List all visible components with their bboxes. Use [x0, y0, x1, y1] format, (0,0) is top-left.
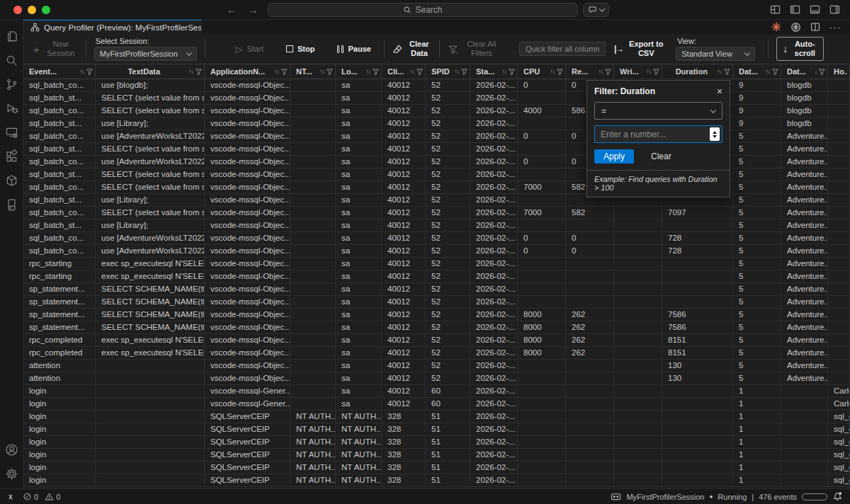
grid-row[interactable]: sql_batch_co...SELECT (select value from…	[23, 207, 850, 219]
grid-row[interactable]: loginvscode-mssql-Gener...sa40012602026-…	[23, 385, 850, 398]
session-name[interactable]: MyFirstProfilerSession	[626, 493, 704, 501]
sort-icon[interactable]: ↑↓	[766, 68, 771, 75]
column-header-1[interactable]: TextData↑↓	[96, 64, 205, 79]
explorer-icon[interactable]	[0, 24, 23, 48]
filter-funnel-icon[interactable]	[416, 69, 423, 75]
sort-icon[interactable]: ↑↓	[647, 68, 652, 75]
sql-server-icon[interactable]	[0, 193, 23, 217]
grid-row[interactable]: rpc_startingexec sp_executesql N'SELECT …	[23, 258, 850, 270]
settings-gear-icon[interactable]	[0, 462, 23, 486]
zoom-window-button[interactable]	[42, 6, 50, 14]
clear-button[interactable]: Clear	[651, 151, 672, 161]
filter-funnel-icon[interactable]	[86, 69, 93, 75]
close-window-button[interactable]	[13, 6, 22, 14]
view-select[interactable]: Standard View	[676, 47, 755, 61]
grid-row[interactable]: attentionvscode-mssql-Objec...sa40012522…	[23, 372, 850, 385]
grid-row[interactable]: sql_batch_co...use [AdventureWorksLT2022…	[23, 245, 850, 258]
column-header-10[interactable]: Wri...↑↓	[614, 64, 662, 79]
grid-row[interactable]: attentionvscode-mssql-Objec...sa40012522…	[23, 360, 850, 372]
grid-row[interactable]: rpc_startingexec sp_executesql N'SELECT …	[23, 270, 850, 283]
minimize-window-button[interactable]	[28, 6, 36, 14]
column-header-9[interactable]: Re...↑↓	[566, 64, 614, 79]
source-control-icon[interactable]	[0, 72, 23, 96]
sort-icon[interactable]: ↑↓	[366, 68, 371, 75]
grid-row[interactable]: loginvscode-mssql-Gener...sa40012602026-…	[23, 398, 850, 411]
number-stepper[interactable]	[710, 127, 720, 141]
column-header-7[interactable]: Sta...↑↓	[470, 64, 518, 79]
grid-row[interactable]: sql_batch_st...use [Library];vscode-mssq…	[23, 219, 850, 232]
back-arrow-icon[interactable]: ←	[227, 4, 237, 16]
remote-indicator-icon[interactable]	[6, 492, 16, 502]
more-actions-icon[interactable]: ···	[829, 22, 841, 33]
filter-funnel-icon[interactable]	[281, 69, 288, 75]
grid-row[interactable]: loginSQLServerCEIPNT AUTH...NT AUTH...32…	[23, 462, 850, 474]
problems-indicator[interactable]: 0 0	[23, 492, 60, 501]
filter-operator-select[interactable]: =	[594, 102, 722, 120]
filter-funnel-icon[interactable]	[772, 69, 778, 75]
customize-layout-icon[interactable]	[770, 4, 781, 15]
grid-row[interactable]: loginSQLServerCEIPNT AUTH...NT AUTH...32…	[23, 411, 850, 423]
forward-arrow-icon[interactable]: →	[248, 4, 258, 16]
column-header-13[interactable]: Dat...↓	[781, 64, 828, 79]
filter-popup-close-icon[interactable]: ×	[717, 86, 722, 96]
grid-row[interactable]: sp_statement...SELECT SCHEMA_NAME(tbl.sc…	[23, 296, 850, 309]
column-header-2[interactable]: ApplicationN...↑↓	[205, 64, 290, 79]
column-header-4[interactable]: Lo...↑↓	[336, 64, 382, 79]
filter-funnel-icon[interactable]	[373, 69, 379, 75]
grid-row[interactable]: sp_statement...SELECT SCHEMA_NAME(tbl.sc…	[23, 309, 850, 321]
stepper-up-icon[interactable]	[713, 131, 717, 134]
sort-icon[interactable]: ↑↓	[599, 68, 604, 75]
sort-icon[interactable]: ↑↓	[550, 68, 555, 75]
sort-icon[interactable]: ↑↓	[275, 68, 280, 75]
extensions-icon[interactable]	[0, 144, 23, 168]
containers-icon[interactable]	[0, 168, 23, 193]
grid-row[interactable]: loginSQLServerCEIPNT AUTH...NT AUTH...32…	[23, 423, 850, 436]
start-button[interactable]: ▷ Start	[236, 44, 264, 55]
grid-row[interactable]: sp_statement...SELECT SCHEMA_NAME(tbl.sc…	[23, 283, 850, 296]
column-header-8[interactable]: CPU↑↓	[518, 64, 566, 79]
grid-row[interactable]: rpc_completedexec sp_executesql N'SELECT…	[23, 347, 850, 360]
grid-row[interactable]: loginSQLServerCEIPNT AUTH...NT AUTH...32…	[23, 449, 850, 462]
accounts-icon[interactable]	[0, 437, 23, 462]
filter-funnel-icon[interactable]	[819, 69, 825, 75]
search-view-icon[interactable]	[0, 48, 23, 72]
notifications-bell-icon[interactable]	[832, 491, 843, 502]
grid-row[interactable]: rpc_completedexec sp_executesql N'SELECT…	[23, 334, 850, 347]
quick-filter-input[interactable]	[519, 42, 606, 56]
grid-row[interactable]: sql_batch_co...use [AdventureWorksLT2022…	[23, 232, 850, 245]
stepper-down-icon[interactable]	[713, 135, 717, 138]
run-debug-icon[interactable]	[0, 96, 23, 120]
sort-icon[interactable]: ↑↓	[502, 68, 507, 75]
filter-funnel-icon[interactable]	[724, 69, 730, 75]
sort-icon[interactable]: ↑↓	[80, 68, 85, 75]
pause-button[interactable]: Pause	[337, 45, 370, 53]
sort-icon[interactable]: ↑↓	[189, 68, 194, 75]
clear-data-button[interactable]: Clear Data	[392, 40, 431, 58]
filter-funnel-icon[interactable]	[196, 69, 202, 75]
split-editor-icon[interactable]	[810, 22, 820, 32]
grid-row[interactable]: loginSQLServerCEIPNT AUTH...NT AUTH...32…	[23, 436, 850, 449]
grid-row[interactable]: loginSQLServerCEIPNT AUTH...NT AUTH...32…	[23, 474, 850, 487]
copilot-menu-button[interactable]	[583, 3, 609, 17]
sort-icon[interactable]: ↑↓	[455, 68, 460, 75]
column-header-14[interactable]: Ho...	[828, 64, 850, 79]
column-header-0[interactable]: Event...↑↓	[23, 64, 96, 79]
copilot-knot-icon[interactable]	[790, 22, 801, 33]
filter-funnel-icon[interactable]	[327, 69, 333, 75]
column-header-12[interactable]: Dat...↑↓	[733, 64, 781, 79]
sort-icon[interactable]: ↓	[815, 68, 817, 75]
tab-query-profiler[interactable]: Query Profiler (Preview): MyFirstProfile…	[23, 20, 202, 34]
filter-funnel-icon[interactable]	[605, 69, 611, 75]
sort-icon[interactable]: ↑↓	[320, 68, 325, 75]
stop-button[interactable]: Stop	[286, 45, 314, 53]
autoscroll-button[interactable]: ↓ Auto-scroll	[776, 37, 824, 61]
new-session-button[interactable]: + New Session	[33, 40, 78, 58]
session-select[interactable]: MyFirstProfilerSession	[94, 47, 197, 61]
filter-funnel-icon[interactable]	[461, 69, 468, 75]
toggle-panel-icon[interactable]	[810, 4, 820, 15]
extension-starburst-icon[interactable]	[771, 22, 781, 32]
column-header-3[interactable]: NT...↑↓	[290, 64, 336, 79]
export-csv-button[interactable]: |→ Export to CSV	[614, 40, 664, 58]
column-header-5[interactable]: Cli...↑↓	[382, 64, 426, 79]
filter-funnel-icon[interactable]	[509, 69, 515, 75]
